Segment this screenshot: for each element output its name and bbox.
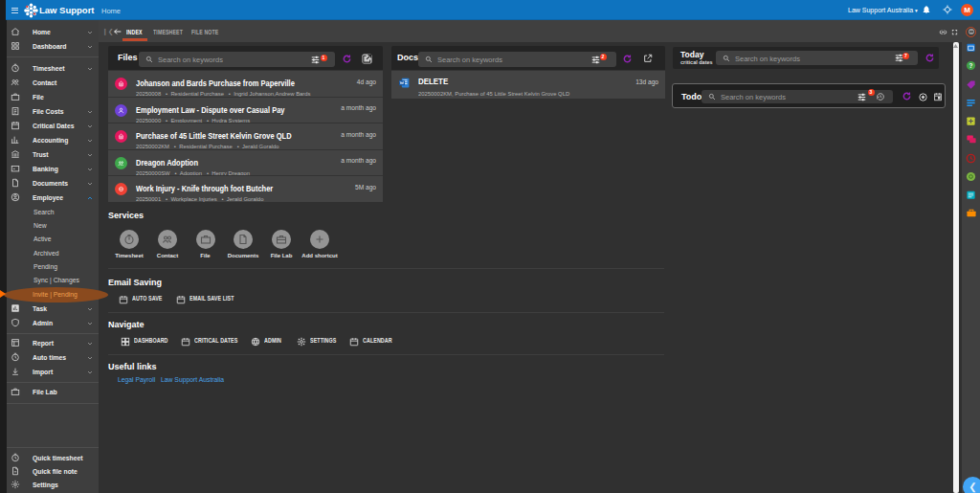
svg-text:?: ?: [969, 61, 973, 68]
